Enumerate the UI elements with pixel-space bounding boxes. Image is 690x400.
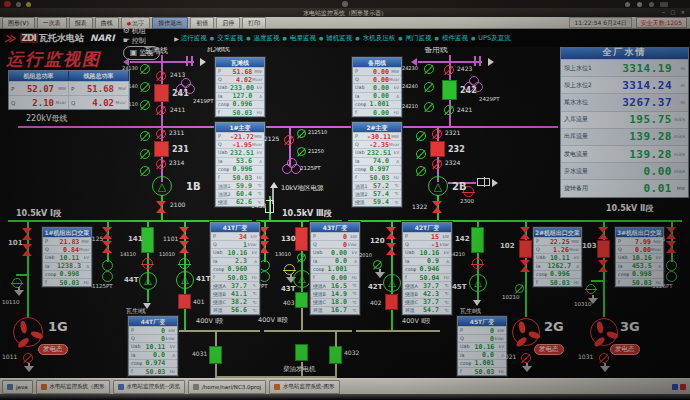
disconnector-2125[interactable] <box>284 135 294 145</box>
view-menu-电量监视[interactable]: 电量监视 <box>290 34 316 43</box>
tray-icon[interactable] <box>680 384 686 390</box>
taskbar-item-水电站监控系统（图形[interactable]: 水电站监控系统（图形 <box>36 380 110 394</box>
breaker-403[interactable] <box>295 292 308 308</box>
view-menu-温度监视[interactable]: 温度监视 <box>254 34 280 43</box>
disconnector-1021[interactable] <box>521 353 531 363</box>
tray-icon[interactable] <box>342 1 348 7</box>
earth-switch-24240[interactable] <box>424 82 434 92</box>
window-controls[interactable]: ─ □ ✕ <box>662 8 687 17</box>
menu-button-报表[interactable]: 报表 <box>69 17 93 29</box>
disconnector-2314[interactable] <box>156 159 166 169</box>
disconnector-1031[interactable] <box>599 353 609 363</box>
breaker-4032[interactable] <box>329 346 342 364</box>
taskbar-item-水电站监控系统--浏览[interactable]: 水电站监控系统--浏览 <box>113 380 185 394</box>
tray-icon[interactable] <box>672 384 678 390</box>
earth-switch[interactable] <box>416 149 426 159</box>
breaker-130[interactable] <box>295 227 308 251</box>
view-menu-UPS及直流[interactable]: UPS及直流 <box>478 34 510 43</box>
earth-switch-13010[interactable] <box>297 253 306 262</box>
tool-control[interactable]: ☛控制 <box>123 36 161 46</box>
menu-button-启停[interactable]: 启停 <box>216 17 240 29</box>
earth-switch-24130[interactable] <box>140 64 150 74</box>
taskbar-item-/home/nari/NC3.0proj[interactable]: /home/nari/NC3.0proj <box>188 380 266 394</box>
tool-system[interactable]: ⚒系统 <box>123 16 161 26</box>
breaker-232[interactable] <box>430 141 445 157</box>
red-indicator-icon[interactable] <box>4 1 11 7</box>
tray-icon[interactable] <box>660 2 668 7</box>
disconnector-2321[interactable] <box>432 129 442 139</box>
menu-button-图形(V)[interactable]: 图形(V) <box>2 17 35 29</box>
breaker-402[interactable] <box>385 294 398 310</box>
disconnector-2423[interactable] <box>444 65 454 75</box>
tray-icon[interactable] <box>625 2 630 7</box>
view-menu-运行监视[interactable]: 运行监视 <box>181 34 207 43</box>
earth-switch-212510[interactable] <box>297 129 306 138</box>
window-titlebar[interactable]: 水电站监控系统（图形显示器） ─ □ ✕ <box>0 8 690 17</box>
earth-switch-21250[interactable] <box>297 147 306 156</box>
view-menu-闸门监视[interactable]: 闸门监视 <box>406 34 432 43</box>
earth-switch[interactable] <box>416 166 426 176</box>
disconnector-142[interactable] <box>471 227 484 253</box>
earth-switch-10110[interactable] <box>12 278 22 288</box>
tray-icon[interactable] <box>16 2 21 7</box>
earth-switch[interactable] <box>416 131 426 141</box>
earth-switch[interactable] <box>140 131 150 141</box>
earth-switch-14210[interactable] <box>472 258 483 269</box>
view-menu-交采监视[interactable]: 交采监视 <box>217 34 243 43</box>
breaker-241[interactable] <box>154 84 169 102</box>
breaker-102[interactable] <box>520 227 530 239</box>
breaker-1127[interactable] <box>259 241 269 253</box>
earth-switch-10310[interactable] <box>586 284 596 294</box>
breaker-2100[interactable] <box>156 201 166 213</box>
taskbar-item-java[interactable]: java <box>2 380 33 394</box>
breaker-1101[interactable] <box>179 227 189 239</box>
breaker-231[interactable] <box>154 141 169 157</box>
earth-switch-14110[interactable] <box>142 258 153 269</box>
breaker-4031[interactable] <box>209 346 222 364</box>
view-menu-辅机监视[interactable]: 辅机监视 <box>326 34 352 43</box>
breaker-120[interactable] <box>386 227 396 239</box>
safety-days-button[interactable]: 安全天数:1205 <box>636 17 687 28</box>
breaker-102[interactable] <box>520 260 530 272</box>
tray-icon[interactable] <box>637 2 642 7</box>
breaker-1127[interactable] <box>259 227 269 239</box>
menu-button-一次表[interactable]: 一次表 <box>37 17 67 29</box>
breaker-1125[interactable] <box>102 241 112 253</box>
disconnector-2411[interactable] <box>156 105 166 115</box>
earth-switch-24230[interactable] <box>424 64 434 74</box>
earth-switch-11010[interactable] <box>179 258 190 269</box>
breaker-103[interactable] <box>598 260 608 272</box>
breaker-1125[interactable] <box>102 227 112 239</box>
breaker-1126[interactable] <box>666 227 676 239</box>
tool-monitor[interactable]: ▣监视 <box>123 46 161 60</box>
earth-switch-12010[interactable] <box>373 260 382 269</box>
disconnector-2324[interactable] <box>432 159 442 169</box>
breaker-120[interactable] <box>386 243 396 255</box>
tray-icon[interactable] <box>26 2 31 7</box>
menu-button-初值[interactable]: 初值 <box>190 17 214 29</box>
breaker-401[interactable] <box>178 294 191 309</box>
breaker-1101[interactable] <box>179 241 189 253</box>
earth-switch-24140[interactable] <box>140 82 150 92</box>
earth-switch-24110[interactable] <box>140 100 150 110</box>
earth-switch[interactable] <box>140 149 150 159</box>
breaker-101[interactable] <box>22 244 32 256</box>
tool-unit[interactable]: ⚙机组 <box>123 26 161 36</box>
breaker-102[interactable] <box>519 240 532 258</box>
breaker-1322[interactable] <box>432 201 442 213</box>
breaker-103[interactable] <box>598 227 608 239</box>
breaker-242[interactable] <box>442 80 457 100</box>
disconnector-2421[interactable] <box>444 105 454 115</box>
view-menu-模件监视[interactable]: 模件监视 <box>442 34 468 43</box>
earth-switch[interactable] <box>140 166 150 176</box>
view-menu-水机及压板[interactable]: 水机及压板 <box>363 34 396 43</box>
disconnector-2311[interactable] <box>156 129 166 139</box>
breaker-101[interactable] <box>22 228 32 240</box>
earth-switch-24210[interactable] <box>424 102 434 112</box>
menu-button-曲线[interactable]: 曲线 <box>95 17 119 29</box>
breaker-diesel[interactable] <box>295 344 308 361</box>
earth-switch-10210[interactable] <box>515 284 524 293</box>
disconnector-2413[interactable] <box>156 71 166 81</box>
breaker-1126[interactable] <box>666 241 676 253</box>
menu-button-打印[interactable]: 打印 <box>242 17 266 29</box>
